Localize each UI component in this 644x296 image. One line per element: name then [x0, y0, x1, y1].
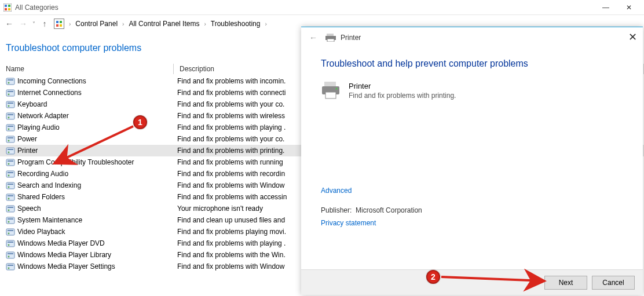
svg-rect-50 [8, 230, 13, 231]
breadcrumb-item[interactable]: Troubleshooting [211, 20, 261, 28]
svg-rect-8 [56, 24, 58, 27]
svg-rect-22 [6, 125, 14, 131]
dialog-close-button[interactable]: ✕ [628, 31, 637, 43]
svg-rect-23 [8, 126, 13, 127]
svg-rect-64 [324, 82, 336, 86]
window-title: All Categories [15, 3, 58, 12]
svg-rect-56 [8, 253, 13, 254]
list-item[interactable]: Network Adapter [0, 110, 174, 122]
list-item[interactable]: Recording Audio [0, 168, 174, 180]
svg-rect-6 [56, 21, 58, 23]
item-name: Windows Media Player Settings [17, 262, 115, 271]
svg-point-33 [8, 163, 10, 165]
svg-point-36 [8, 175, 10, 177]
list-item[interactable]: Search and Indexing [0, 180, 174, 191]
list-item[interactable]: Internet Connections [0, 87, 174, 98]
svg-rect-67 [325, 92, 336, 98]
cancel-button[interactable]: Cancel [592, 276, 635, 290]
forward-button[interactable]: → [19, 19, 28, 28]
up-button[interactable]: ↑ [40, 19, 49, 28]
item-icon [6, 123, 15, 132]
svg-rect-31 [6, 159, 14, 166]
list-item[interactable]: Keyboard [0, 98, 174, 110]
breadcrumb-item[interactable]: All Control Panel Items [129, 20, 199, 28]
svg-rect-35 [8, 172, 13, 173]
item-name: Search and Indexing [17, 181, 81, 189]
app-icon [3, 3, 12, 12]
svg-point-15 [8, 94, 10, 96]
list-item[interactable]: Program Compatibility Troubleshooter [0, 156, 174, 168]
printer-icon [325, 34, 336, 42]
column-header-name[interactable]: Name [0, 63, 174, 75]
svg-rect-4 [8, 8, 10, 10]
svg-rect-43 [6, 206, 14, 212]
recent-locations-icon[interactable]: ˅ [32, 21, 35, 27]
item-name: Playing Audio [17, 123, 60, 131]
svg-rect-37 [6, 182, 14, 189]
list-item[interactable]: Power [0, 133, 174, 145]
list-item[interactable]: Windows Media Player Settings [0, 261, 174, 272]
item-icon [6, 192, 15, 202]
item-icon [6, 215, 15, 225]
chevron-right-icon: › [122, 21, 124, 27]
back-button[interactable]: ← [5, 19, 14, 28]
svg-rect-9 [60, 24, 62, 27]
list-item[interactable]: Playing Audio [0, 122, 174, 133]
list-item[interactable]: System Maintenance [0, 214, 174, 226]
svg-rect-29 [8, 149, 13, 150]
svg-rect-3 [5, 8, 7, 10]
troubleshooter-item-title: Printer [349, 82, 456, 90]
svg-point-57 [8, 256, 10, 258]
close-button[interactable]: ✕ [617, 3, 641, 12]
svg-point-18 [8, 105, 10, 107]
chevron-right-icon: › [204, 21, 206, 27]
item-icon [6, 169, 15, 178]
list-item[interactable]: Windows Media Player DVD [0, 237, 174, 249]
chevron-right-icon: › [265, 21, 266, 27]
troubleshooter-item-desc: Find and fix problems with printing. [349, 92, 456, 100]
breadcrumb-item[interactable]: Control Panel [75, 20, 118, 28]
list-item[interactable]: Incoming Connections [0, 75, 174, 87]
item-icon [6, 100, 15, 109]
svg-point-21 [8, 117, 10, 119]
item-icon [6, 262, 15, 271]
list-item[interactable]: Video Playback [0, 226, 174, 237]
svg-point-54 [8, 244, 10, 246]
privacy-link[interactable]: Privacy statement [321, 219, 623, 227]
svg-rect-13 [6, 90, 14, 96]
item-icon [6, 134, 15, 144]
annotation-badge-2: 2 [426, 270, 440, 284]
location-icon[interactable] [54, 19, 64, 29]
dialog-back-button[interactable]: ← [309, 33, 317, 42]
svg-rect-1 [5, 5, 7, 7]
item-name: Speech [17, 204, 41, 213]
dialog-heading: Troubleshoot and help prevent computer p… [321, 59, 623, 69]
svg-rect-25 [6, 136, 14, 142]
list-item[interactable]: Windows Media Player Library [0, 249, 174, 261]
list-item[interactable]: Shared Folders [0, 191, 174, 203]
printer-icon [321, 82, 341, 99]
minimize-button[interactable]: — [594, 3, 617, 12]
svg-rect-28 [6, 148, 14, 154]
list-item[interactable]: Printer [0, 145, 174, 156]
svg-point-45 [8, 210, 10, 211]
item-name: System Maintenance [17, 216, 82, 224]
svg-rect-53 [8, 242, 13, 243]
svg-point-48 [8, 221, 10, 223]
svg-rect-46 [6, 217, 14, 224]
item-name: Keyboard [17, 100, 47, 108]
item-name: Recording Audio [17, 170, 68, 178]
item-name: Network Adapter [17, 112, 69, 120]
dialog-footer: Next Cancel [301, 269, 643, 295]
item-name: Program Compatibility Troubleshooter [17, 158, 134, 166]
advanced-link[interactable]: Advanced [321, 187, 623, 195]
annotation-badge-1: 1 [133, 115, 147, 129]
svg-point-30 [8, 152, 10, 154]
svg-rect-40 [6, 194, 14, 200]
svg-rect-52 [6, 240, 14, 247]
svg-point-60 [8, 268, 10, 269]
item-icon [6, 239, 15, 248]
svg-point-42 [8, 198, 10, 200]
next-button[interactable]: Next [544, 276, 587, 290]
list-item[interactable]: Speech [0, 203, 174, 214]
